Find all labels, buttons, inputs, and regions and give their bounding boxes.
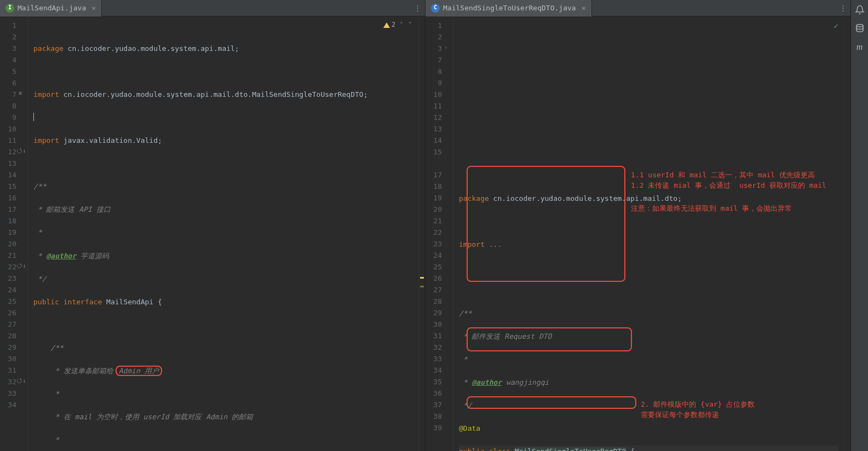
tab-filename: MailSendSingleToUserReqDTO.java xyxy=(443,2,576,14)
right-code-area[interactable]: ✓ 1.1 userId 和 mail 二选一，其中 mail 优先级更高 1.… xyxy=(453,16,844,451)
chevron-down-icon[interactable]: ˅ xyxy=(407,20,413,30)
right-tabbar: C MailSendSingleToUserReqDTO.java × ⋮ xyxy=(426,0,850,16)
right-marker-bar[interactable] xyxy=(844,16,850,451)
maven-icon[interactable]: m xyxy=(854,42,865,53)
notifications-icon[interactable] xyxy=(854,4,865,15)
left-marker-bar[interactable] xyxy=(418,16,425,451)
left-code-area[interactable]: 2 ˄ ˅ package cn.iocoder.yudao.module.sy… xyxy=(28,16,418,451)
tool-rail: m xyxy=(850,0,868,451)
no-problems-icon[interactable]: ✓ xyxy=(834,20,838,32)
override-mark-icon[interactable]: ⭯↓ xyxy=(16,376,24,388)
structure-mark-icon[interactable]: ≡ xyxy=(16,89,24,100)
annotation-note-2: 1.2 未传递 mial 事，会通过 userId 获取对应的 mail xyxy=(631,180,826,191)
fold-chevron-icon[interactable]: › xyxy=(442,43,450,54)
class-icon: C xyxy=(431,4,440,13)
annotation-note-3: 注意：如果最终无法获取到 mail 事，会抛出异常 xyxy=(631,203,792,214)
left-gutter: 1234567891011121314151617181920212223242… xyxy=(0,16,28,451)
annotation-admin: Admin 用户 xyxy=(116,366,162,376)
annotation-note-5: 需要保证每个参数都传递 xyxy=(641,409,719,420)
interface-icon: I xyxy=(5,4,14,13)
tab-actions-icon[interactable]: ⋮ xyxy=(410,2,425,14)
tab-mailsendapi[interactable]: I MailSendApi.java × xyxy=(0,0,102,16)
left-editor-pane: I MailSendApi.java × ⋮ 12345678910111213… xyxy=(0,0,426,451)
right-editor-pane: C MailSendSingleToUserReqDTO.java × ⋮ 12… xyxy=(426,0,850,451)
tab-filename: MailSendApi.java xyxy=(18,2,86,14)
highlight-box-template-code xyxy=(467,327,632,351)
caret xyxy=(33,113,34,121)
svg-point-0 xyxy=(856,25,863,27)
right-editor[interactable]: 123789101112131415 171819202122232425262… xyxy=(426,16,850,451)
highlight-box-user-mail xyxy=(467,166,625,282)
chevron-up-icon[interactable]: ˄ xyxy=(399,20,404,30)
close-icon[interactable]: × xyxy=(579,4,588,13)
tab-actions-icon[interactable]: ⋮ xyxy=(835,2,850,14)
tab-mailsendsingledto[interactable]: C MailSendSingleToUserReqDTO.java × xyxy=(426,0,592,16)
left-editor[interactable]: 1234567891011121314151617181920212223242… xyxy=(0,16,425,451)
override-mark-icon[interactable]: ⭯↓ xyxy=(16,261,24,273)
highlight-box-template-params xyxy=(467,396,636,409)
inspection-widget[interactable]: 2 ˄ ˅ xyxy=(383,20,413,30)
left-tabbar: I MailSendApi.java × ⋮ xyxy=(0,0,425,16)
warning-badge[interactable]: 2 xyxy=(383,20,395,30)
right-gutter: 123789101112131415 171819202122232425262… xyxy=(426,16,453,451)
close-icon[interactable]: × xyxy=(89,4,98,13)
database-icon[interactable] xyxy=(854,23,865,34)
annotation-note-4: 2. 邮件模版中的 {var} 占位参数 xyxy=(641,398,755,410)
warning-icon xyxy=(383,22,390,28)
override-mark-icon[interactable]: ⭯↓ xyxy=(16,146,24,158)
annotation-note-1: 1.1 userId 和 mail 二选一，其中 mail 优先级更高 xyxy=(631,169,815,181)
